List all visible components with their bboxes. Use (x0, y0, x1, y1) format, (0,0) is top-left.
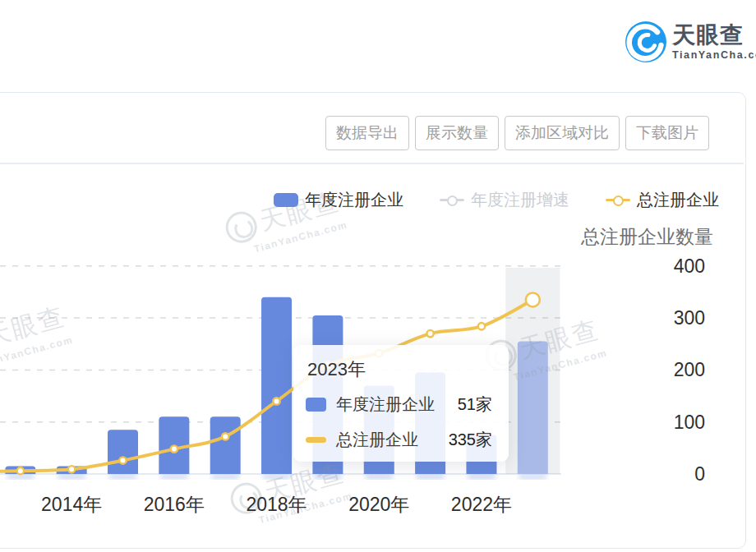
logo-domain-text: TianYanCha.com (672, 50, 756, 61)
chart-toolbar: 数据导出 展示数量 添加区域对比 下载图片 (325, 116, 709, 150)
line-point-2021年[interactable] (426, 330, 433, 337)
bar-shadow (212, 475, 239, 479)
y-axis-tick-label: 300 (631, 307, 705, 329)
bar-shadow (366, 475, 393, 479)
bar-2017年[interactable] (210, 416, 241, 474)
tianyancha-logo[interactable]: 天眼查 TianYanCha.com (625, 21, 756, 62)
x-axis-tick-label: 2020年 (330, 494, 428, 515)
legend-item-total-registered[interactable]: 总注册企业 (606, 189, 719, 211)
tooltip-label: 总注册企业 (336, 429, 418, 451)
x-axis-tick-label: 2014年 (22, 494, 121, 515)
bar-shadow (109, 475, 136, 479)
x-axis-tick-label: 2022年 (432, 494, 531, 515)
y-axis-tick-label: 0 (631, 463, 705, 485)
tooltip-label: 年度注册企业 (336, 393, 435, 416)
bar-shadow (263, 475, 290, 479)
x-axis-tick-label: 2018年 (228, 494, 326, 515)
bar-shadow (519, 475, 546, 479)
tianyancha-chart-panel: 天眼查 TianYanCha.com 数据导出 展示数量 添加区域对比 下载图片… (0, 0, 756, 552)
tooltip-row-annual: 年度注册企业 51家 (306, 393, 492, 416)
tooltip-row-total: 总注册企业 335家 (306, 429, 492, 451)
bar-shadow (58, 475, 85, 479)
bar-2023年[interactable] (518, 342, 548, 474)
tooltip-bar-swatch (306, 398, 326, 412)
right-axis-title: 总注册企业数量 (581, 224, 713, 250)
tooltip-value: 335家 (449, 429, 492, 451)
legend-label: 总注册企业 (637, 189, 719, 211)
y-axis-tick-label: 200 (631, 359, 705, 380)
logo-brand-text: 天眼查 (672, 24, 756, 47)
add-region-compare-button[interactable]: 添加区域对比 (505, 116, 620, 150)
show-count-button[interactable]: 展示数量 (415, 116, 499, 150)
tianyancha-logo-icon (625, 21, 666, 62)
legend-line-swatch-disabled (440, 193, 464, 207)
bar-shadow (160, 475, 187, 479)
tooltip-line-swatch (306, 437, 326, 443)
legend-item-annual-growth-rate[interactable]: 年度注册增速 (440, 189, 569, 211)
bar-shadow (7, 475, 34, 479)
chart-tooltip: 2023年 年度注册企业 51家 总注册企业 335家 (293, 345, 509, 462)
line-point-2018年[interactable] (273, 398, 279, 404)
line-point-2017年[interactable] (222, 433, 228, 439)
bar-2015年[interactable] (108, 430, 138, 474)
chart-legend: 年度注册企业 年度注册增速 总注册企业 (274, 189, 719, 211)
x-axis-tick-label: 2016年 (125, 494, 224, 515)
y-axis-tick-label: 400 (631, 255, 705, 277)
legend-line-swatch (606, 193, 630, 207)
line-point-2014年[interactable] (68, 466, 75, 472)
line-point-2015年[interactable] (119, 457, 126, 463)
bar-2018年[interactable] (261, 297, 292, 474)
line-point-2013年[interactable] (17, 467, 24, 474)
legend-bar-swatch (274, 193, 298, 207)
legend-label: 年度注册增速 (471, 189, 569, 211)
tooltip-value: 51家 (458, 393, 492, 416)
download-image-button[interactable]: 下载图片 (625, 116, 709, 150)
bar-shadow (314, 475, 341, 479)
line-point-2016年[interactable] (171, 445, 177, 452)
export-data-button[interactable]: 数据导出 (325, 116, 409, 150)
bar-shadow (468, 475, 495, 479)
line-point-2023年[interactable] (526, 292, 540, 306)
bar-shadow (417, 475, 444, 479)
legend-label: 年度注册企业 (305, 189, 403, 211)
legend-item-annual-registered[interactable]: 年度注册企业 (274, 189, 403, 211)
y-axis-tick-label: 100 (631, 412, 705, 433)
line-point-2022年[interactable] (478, 323, 485, 329)
tooltip-title: 2023年 (307, 357, 492, 382)
